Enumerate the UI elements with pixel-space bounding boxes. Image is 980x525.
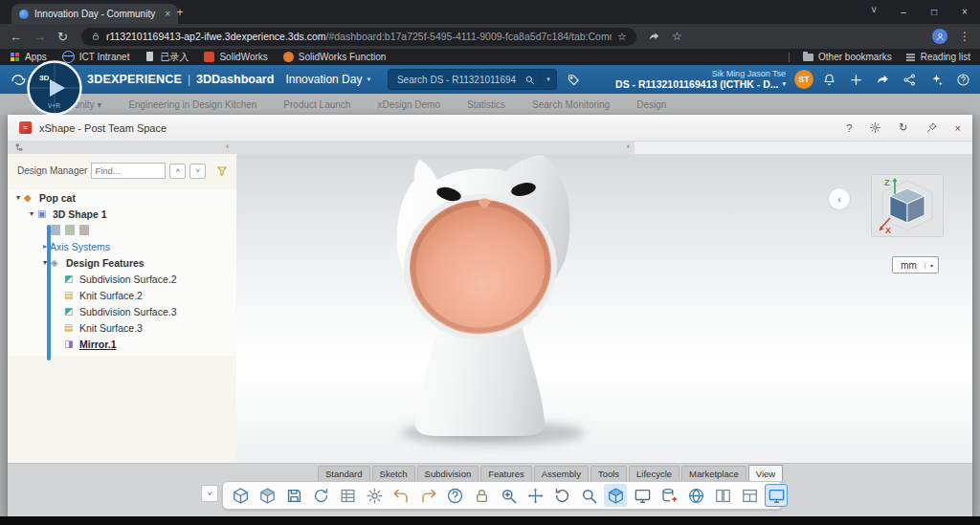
tab-search-icon[interactable]: ˅ <box>871 5 877 15</box>
bookmark-item[interactable]: Other bookmarks <box>803 52 892 62</box>
reload-button[interactable]: ↻ <box>57 30 68 44</box>
close-button[interactable]: × <box>949 0 980 24</box>
action-tab[interactable]: Subdivision <box>417 466 479 481</box>
filter-funnel-icon[interactable] <box>215 164 229 178</box>
new-tab-button[interactable]: + <box>172 5 188 20</box>
zoom-icon[interactable] <box>577 484 600 507</box>
bookmark-star-icon[interactable]: ☆ <box>617 31 627 43</box>
fullscreen-view-icon[interactable] <box>765 484 788 507</box>
browser-menu-kebab-icon[interactable]: ⋮ <box>959 30 970 43</box>
expand-arrow-icon[interactable] <box>27 209 36 218</box>
assistant-sparkle-icon[interactable] <box>929 73 944 87</box>
split-view-icon[interactable] <box>711 484 734 507</box>
app-settings-gear-icon[interactable] <box>869 121 881 134</box>
forward-button[interactable]: → <box>33 30 46 44</box>
tag-icon[interactable] <box>567 73 581 87</box>
share-page-icon[interactable] <box>648 31 660 43</box>
tree-item[interactable]: Axis Systems <box>8 238 236 254</box>
tree-item[interactable]: Subdivision Surface.2 <box>8 271 236 287</box>
3dexperience-compass-widget[interactable]: 3D V+R <box>26 59 83 117</box>
search-scope-chevron-icon[interactable]: ▾ <box>541 76 556 83</box>
back-button[interactable]: ← <box>10 30 22 44</box>
find-previous-button[interactable]: ˄ <box>169 164 186 179</box>
tree-item[interactable]: Subdivision Surface.3 <box>8 303 236 319</box>
cube-panel-collapse-button[interactable]: ‹ <box>828 187 851 210</box>
zoom-in-icon[interactable] <box>497 484 520 507</box>
app-pin-icon[interactable] <box>925 121 938 134</box>
action-tab[interactable]: Features <box>480 466 532 481</box>
share-icon[interactable] <box>876 73 890 87</box>
tab-close-icon[interactable]: × <box>165 9 170 19</box>
help-icon[interactable] <box>443 484 466 507</box>
app-help-button[interactable]: ? <box>846 122 852 134</box>
address-bar[interactable]: r1132101169413-ap2-ifwe.3dexperience.3ds… <box>81 28 636 46</box>
tree-item[interactable]: Mirror.1 <box>8 336 236 352</box>
tree-item[interactable] <box>8 222 236 238</box>
action-tab[interactable]: Marketplace <box>681 466 746 481</box>
units-dropdown[interactable]: mm ▾ <box>892 256 939 273</box>
pan-icon[interactable] <box>523 484 546 507</box>
update-sync-icon[interactable] <box>309 484 332 507</box>
tree-item[interactable]: 3D Shape 1 <box>8 206 236 222</box>
dashboard-selector[interactable]: Innovation Day ▾ <box>285 73 370 86</box>
lock-icon[interactable] <box>470 484 493 507</box>
expand-arrow-icon[interactable] <box>13 193 23 202</box>
tree-item[interactable]: Pop cat <box>8 189 236 206</box>
add-plus-icon[interactable] <box>849 73 863 87</box>
action-tab-label: Assembly <box>542 469 581 479</box>
maximize-button[interactable]: □ <box>919 0 949 24</box>
help-icon[interactable] <box>956 73 970 87</box>
bookmark-item[interactable]: SolidWorks Function <box>283 52 387 62</box>
collaboration-network-icon[interactable] <box>902 73 917 87</box>
platform-search[interactable]: ▾ <box>388 69 557 90</box>
design-manager-title: Design Manager <box>17 165 87 176</box>
tree-item[interactable]: Knit Surface.3 <box>8 319 236 336</box>
rotate-view-icon[interactable] <box>550 484 573 507</box>
action-tab[interactable]: View <box>748 465 783 481</box>
bookmark-item[interactable]: Reading list <box>905 52 970 62</box>
view-cube[interactable]: Z X <box>871 174 944 237</box>
action-tab[interactable]: Sketch <box>372 466 415 481</box>
datasheet-icon[interactable] <box>336 484 359 507</box>
toolbar-collapse-chevron-icon[interactable]: ˅ <box>201 485 218 502</box>
screen-view-icon[interactable] <box>631 484 654 507</box>
undo-icon[interactable] <box>390 484 412 507</box>
bookmark-item[interactable]: SolidWorks <box>204 52 267 62</box>
design-manager-panel: Design Manager ˄ ˅ Pop cat <box>8 154 237 464</box>
bookmark-item[interactable]: 已录入 <box>145 51 189 64</box>
user-block[interactable]: Sik Ming Jason Tse DS - R1132101169413 (… <box>615 69 786 90</box>
panel-collapse-chevron-icon[interactable]: ‹ <box>226 141 229 153</box>
shaded-view-icon[interactable] <box>604 484 627 507</box>
3d-model-pop-cat[interactable] <box>236 154 972 464</box>
notifications-bell-icon[interactable] <box>822 73 836 87</box>
action-tab[interactable]: Assembly <box>534 466 589 481</box>
app-refresh-button[interactable]: ↻ <box>899 121 907 134</box>
redo-icon[interactable] <box>416 484 439 507</box>
window-layout-icon[interactable] <box>738 484 761 507</box>
profile-avatar[interactable] <box>932 29 947 44</box>
tree-panel-icon[interactable] <box>14 142 24 152</box>
settings-gear-icon[interactable] <box>363 484 386 507</box>
iso-view-icon[interactable] <box>256 484 278 507</box>
tree-item[interactable]: Knit Surface.2 <box>8 287 236 303</box>
3d-viewport[interactable]: ‹ Z X mm ▾ <box>236 154 972 464</box>
app-close-button[interactable]: × <box>955 122 961 134</box>
minimize-button[interactable]: – <box>888 0 919 24</box>
reading-list-star-icon[interactable]: ☆ <box>672 30 682 43</box>
globe-view-icon[interactable] <box>684 484 707 507</box>
tree-item[interactable]: Design Features <box>8 254 236 271</box>
action-tab[interactable]: Lifecycle <box>629 466 679 481</box>
model-display-icon[interactable] <box>229 484 252 507</box>
search-input[interactable] <box>395 74 520 86</box>
action-tab[interactable]: Tools <box>590 466 627 481</box>
add-database-icon[interactable] <box>657 484 680 507</box>
find-next-button[interactable]: ˅ <box>189 164 206 179</box>
action-tab[interactable]: Standard <box>318 466 370 481</box>
save-icon[interactable] <box>282 484 305 507</box>
find-input[interactable] <box>91 163 166 179</box>
panel-collapse-chevron-icon[interactable]: ‹ <box>627 141 630 153</box>
user-avatar[interactable]: ST <box>794 70 813 89</box>
dashboard-tab-strip: Community ▾Engineering in Design Kitchen… <box>0 94 980 115</box>
app-titlebar: ≈ xShape - Post Team Space ? ↻ × <box>8 115 972 142</box>
browser-tab[interactable]: Innovation Day - Community × <box>11 4 178 24</box>
